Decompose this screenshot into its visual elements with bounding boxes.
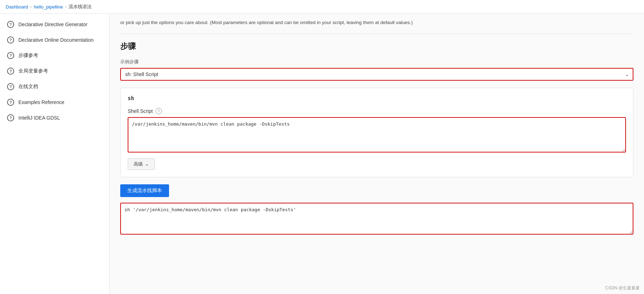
main-layout: ? Declarative Directive Generator ? Decl…	[0, 14, 644, 294]
breadcrumb-current: 流水线语法	[69, 4, 92, 10]
question-icon-1: ?	[7, 21, 14, 28]
shell-script-field-row: Shell Script ?	[128, 108, 626, 114]
sidebar-label-examples-ref: Examples Reference	[18, 99, 64, 105]
watermark: CSDN @生夏夏夏	[605, 285, 640, 291]
sidebar-item-intellij[interactable]: ? IntelliJ IDEA GDSL	[0, 110, 109, 126]
question-icon-6: ?	[7, 99, 14, 106]
example-step-label: 示例步骤	[120, 59, 633, 65]
sidebar-label-intellij: IntelliJ IDEA GDSL	[18, 115, 60, 121]
sidebar-item-examples-ref[interactable]: ? Examples Reference	[0, 94, 109, 110]
question-icon-7: ?	[7, 114, 14, 121]
sidebar-item-steps-ref[interactable]: ? 步骤参考	[0, 48, 109, 63]
sidebar-label-online-docs2: 在线文档	[18, 83, 38, 90]
sidebar-item-directive-generator[interactable]: ? Declarative Directive Generator	[0, 17, 109, 32]
example-step-select[interactable]: sh: Shell Script	[120, 68, 633, 81]
question-icon-4: ?	[7, 68, 14, 75]
section-title-steps: 步骤	[120, 41, 633, 52]
chevron-down-icon-advanced: ⌄	[145, 161, 149, 167]
breadcrumb-pipeline[interactable]: hello_pipelline	[34, 4, 63, 10]
dropdown-wrapper: sh: Shell Script ⌄	[120, 68, 633, 81]
sidebar-label-directive-generator: Declarative Directive Generator	[18, 22, 87, 27]
breadcrumb-sep-2: ›	[65, 4, 66, 9]
shell-script-textarea[interactable]	[128, 117, 626, 152]
question-icon-2: ?	[7, 36, 14, 44]
sidebar-label-steps-ref: 步骤参考	[18, 52, 38, 59]
advanced-button[interactable]: 高级 ⌄	[128, 158, 155, 170]
sidebar-item-online-doc[interactable]: ? Declarative Online Documentation	[0, 32, 109, 48]
sidebar-item-online-docs2[interactable]: ? 在线文档	[0, 79, 109, 94]
question-icon-5: ?	[7, 83, 14, 90]
advanced-label: 高级	[134, 161, 143, 167]
shell-script-field-label: Shell Script	[128, 108, 153, 114]
sidebar-item-global-var[interactable]: ? 全局变量参考	[0, 63, 109, 79]
code-section: sh Shell Script ? 高级 ⌄	[120, 88, 633, 177]
help-icon[interactable]: ?	[156, 108, 162, 114]
breadcrumb: Dashboard › hello_pipelline › 流水线语法	[0, 0, 644, 14]
generate-pipeline-button[interactable]: 生成流水线脚本	[120, 184, 169, 197]
top-description: or pick up just the options you care abo…	[120, 14, 633, 34]
main-content: or pick up just the options you care abo…	[110, 14, 644, 294]
output-textarea[interactable]	[120, 203, 633, 235]
code-command: sh	[128, 95, 626, 102]
sidebar-label-global-var: 全局变量参考	[18, 68, 48, 74]
sidebar-label-online-doc: Declarative Online Documentation	[18, 37, 93, 43]
breadcrumb-sep-1: ›	[30, 4, 32, 9]
question-icon-3: ?	[7, 52, 14, 59]
sidebar: ? Declarative Directive Generator ? Decl…	[0, 14, 110, 294]
breadcrumb-dashboard[interactable]: Dashboard	[6, 4, 28, 10]
